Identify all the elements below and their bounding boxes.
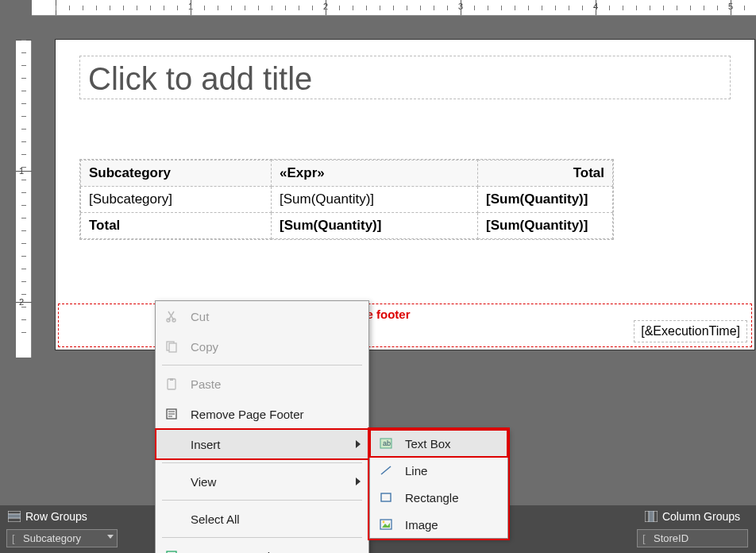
svg-rect-17 <box>381 493 391 501</box>
insert-submenu: ab Text Box Line Rectangle Image <box>369 429 508 539</box>
image-icon <box>376 516 395 532</box>
rectangle-icon <box>376 489 395 505</box>
menu-view[interactable]: View <box>156 466 368 497</box>
dropdown-icon[interactable] <box>107 535 114 539</box>
column-groups-icon <box>645 511 658 522</box>
vertical-ruler: 1 2 document.write(Array.from({length:24… <box>0 16 32 553</box>
svg-rect-5 <box>170 378 173 381</box>
menu-remove-footer[interactable]: Remove Page Footer <box>156 399 368 429</box>
bracket-icon: [ <box>642 532 646 544</box>
row-groups-label: Row Groups <box>25 510 87 523</box>
execution-time-textbox[interactable]: [&ExecutionTime] <box>634 320 747 342</box>
column-group-name: StoreID <box>654 532 688 544</box>
row-group-name: Subcategory <box>23 532 81 544</box>
col-header-total[interactable]: Total <box>478 160 613 187</box>
submenu-textbox[interactable]: ab Text Box <box>370 430 507 457</box>
column-groups-header: Column Groups <box>645 510 740 523</box>
menu-copy-label: Copy <box>191 340 218 354</box>
menu-select-all-label: Select All <box>191 512 240 526</box>
menu-view-label: View <box>191 475 216 489</box>
column-group-chip[interactable]: [ StoreID <box>637 529 748 547</box>
properties-icon <box>162 548 181 553</box>
context-menu: Cut Copy Paste Remove Page Footer Insert… <box>155 300 369 553</box>
menu-remove-footer-label: Remove Page Footer <box>191 408 304 421</box>
view-icon <box>162 474 181 489</box>
menu-paste-label: Paste <box>191 377 221 391</box>
menu-footer-properties[interactable]: Footer Properties... <box>156 541 368 553</box>
column-groups-label: Column Groups <box>662 510 740 523</box>
cut-icon <box>162 308 181 324</box>
cell-grand-total[interactable]: [Sum(Quantity)] <box>478 213 613 239</box>
cell-sum-qty[interactable]: [Sum(Quantity)] <box>272 187 478 213</box>
line-icon <box>376 462 395 478</box>
row-groups-icon <box>8 511 21 522</box>
menu-insert[interactable]: Insert <box>156 429 368 459</box>
svg-point-20 <box>383 521 385 524</box>
copy-icon <box>162 338 181 354</box>
matrix-tablix[interactable]: Subcategory «Expr» Total [Subcategory] [… <box>79 159 614 240</box>
submenu-textbox-label: Text Box <box>405 437 451 451</box>
svg-marker-19 <box>382 523 390 528</box>
submenu-arrow-icon <box>356 440 361 448</box>
svg-text:ab: ab <box>383 439 391 447</box>
col-header-subcategory[interactable]: Subcategory <box>81 160 272 187</box>
submenu-line-label: Line <box>405 464 427 478</box>
submenu-rectangle-label: Rectangle <box>405 491 459 505</box>
submenu-arrow-icon <box>356 478 361 485</box>
cell-col-total[interactable]: [Sum(Quantity)] <box>272 213 478 239</box>
insert-icon <box>162 436 181 452</box>
remove-footer-icon <box>162 406 181 422</box>
row-groups-header: Row Groups <box>8 510 87 523</box>
bracket-icon: [ <box>12 532 15 544</box>
row-group-chip[interactable]: [ Subcategory <box>6 529 118 547</box>
cell-subcategory[interactable]: [Subcategory] <box>81 187 272 213</box>
select-all-icon <box>162 511 181 527</box>
menu-paste[interactable]: Paste <box>156 369 368 399</box>
horizontal-ruler: 1 2 3 4 5 document.write(Array.from({len… <box>32 0 756 16</box>
menu-cut-label: Cut <box>191 310 209 323</box>
svg-rect-28 <box>649 511 654 522</box>
cell-row-total[interactable]: [Sum(Quantity)] <box>478 187 613 213</box>
svg-rect-3 <box>169 343 176 352</box>
menu-copy[interactable]: Copy <box>156 331 368 362</box>
menu-insert-label: Insert <box>191 438 221 451</box>
submenu-line[interactable]: Line <box>370 457 507 484</box>
submenu-image-label: Image <box>405 518 438 532</box>
paste-icon <box>162 376 181 392</box>
submenu-image[interactable]: Image <box>370 511 507 538</box>
svg-line-16 <box>381 466 391 474</box>
col-header-expr[interactable]: «Expr» <box>272 160 478 187</box>
svg-rect-24 <box>8 514 21 518</box>
title-textbox[interactable]: Click to add title <box>79 56 731 99</box>
submenu-rectangle[interactable]: Rectangle <box>370 484 507 511</box>
textbox-icon: ab <box>376 435 395 451</box>
menu-footer-properties-label: Footer Properties... <box>191 550 292 554</box>
menu-select-all[interactable]: Select All <box>156 504 368 534</box>
cell-total-label[interactable]: Total <box>81 213 272 239</box>
menu-cut[interactable]: Cut <box>156 301 368 331</box>
